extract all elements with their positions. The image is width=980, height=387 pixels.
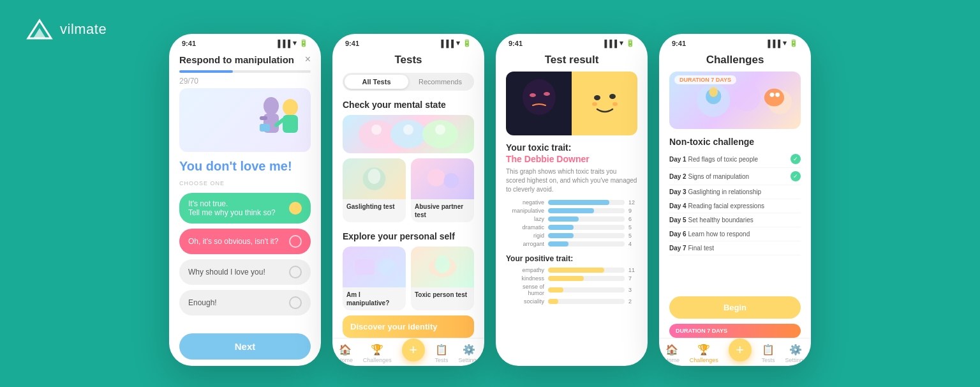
status-bar-4: 9:41 ▐▐▐ ▾ 🔋 — [659, 34, 811, 50]
status-bar-2: 9:41 ▐▐▐ ▾ 🔋 — [332, 34, 484, 50]
section-mental: Check your mental state — [332, 96, 484, 115]
svg-point-34 — [764, 89, 784, 107]
svg-rect-4 — [260, 116, 267, 120]
nav-tests-label-2: Tests — [435, 357, 449, 363]
challenges-icon-4: 🏆 — [697, 344, 710, 356]
svg-point-12 — [371, 125, 382, 135]
choose-label: CHOOSE ONE — [169, 178, 321, 190]
tab-recommends[interactable]: Recommends — [408, 75, 472, 89]
hero-dark — [506, 72, 572, 135]
manipulative-img — [343, 247, 406, 287]
svg-rect-8 — [260, 124, 270, 132]
gaslighting-img — [343, 158, 406, 199]
illustration-svg — [247, 88, 311, 152]
tests-tabs: All Tests Recommends — [343, 73, 474, 91]
logo-text: vilmate — [60, 21, 107, 38]
toxic-person-label: Toxic person test — [411, 287, 474, 302]
svg-point-28 — [609, 94, 616, 99]
svg-point-30 — [612, 102, 618, 106]
nav-home-4[interactable]: 🏠 Home — [664, 344, 679, 363]
bar-arrogant: arrogant 4 — [506, 241, 637, 247]
logo-area: vilmate — [26, 18, 107, 41]
fab-button-4[interactable]: + — [729, 338, 752, 361]
phone-2: 9:41 ▐▐▐ ▾ 🔋 Tests All Tests Recommends … — [332, 34, 484, 366]
phone-4: 9:41 ▐▐▐ ▾ 🔋 Challenges DURATION 7 DAYS — [659, 34, 811, 366]
begin-button[interactable]: Begin — [669, 296, 801, 319]
answer-option-3[interactable]: Why should I love you! — [179, 259, 311, 285]
svg-point-2 — [264, 97, 279, 115]
radio-1 — [289, 202, 302, 215]
svg-point-13 — [403, 125, 413, 135]
time-1: 9:41 — [182, 40, 196, 47]
day-row-2: Day 2 Signs of manipulation ✓ — [669, 168, 801, 185]
phones-container: 9:41 ▐▐▐ ▾ 🔋 Respond to manipulation × 2… — [169, 34, 811, 366]
day-row-1: Day 1 Red flags of toxic people ✓ — [669, 151, 801, 168]
svg-point-14 — [435, 125, 445, 135]
nav-tests-2[interactable]: 📋 Tests — [435, 344, 449, 363]
nav-home-2[interactable]: 🏠 Home — [338, 344, 353, 363]
hero-yellow — [572, 72, 637, 135]
bar-manipulative: manipulative 9 — [506, 208, 637, 214]
nav-challenges-2[interactable]: 🏆 Challenges — [363, 344, 392, 363]
toxic-person-img — [411, 247, 474, 287]
bar-rigid: rigid 5 — [506, 232, 637, 239]
svg-rect-19 — [355, 259, 375, 275]
status-icons-3: ▐▐▐ ▾ 🔋 — [602, 39, 635, 47]
svg-point-29 — [592, 102, 597, 106]
bar-sociality: sociality 2 — [506, 298, 637, 305]
bottom-nav-4: 🏠 Home 🏆 Challenges + 📋 Tests ⚙️ Setting… — [659, 338, 811, 366]
answer-option-4[interactable]: Enough! — [179, 290, 311, 315]
manipulative-label: Am I manipulative? — [343, 287, 406, 310]
test-card-abusive[interactable]: Abusive partner test — [411, 158, 474, 222]
svg-point-24 — [530, 93, 536, 97]
radio-2 — [289, 235, 302, 248]
section-personal: Explore your personal self — [332, 227, 484, 247]
time-2: 9:41 — [345, 40, 359, 47]
answer-text-4: Enough! — [188, 298, 217, 307]
svg-rect-6 — [283, 115, 298, 133]
status-icons-2: ▐▐▐ ▾ 🔋 — [439, 39, 471, 47]
svg-point-36 — [775, 93, 780, 97]
test-card-toxic-person[interactable]: Toxic person test — [411, 247, 474, 310]
close-button[interactable]: × — [305, 54, 311, 65]
test-cards-gaslighting: Gaslighting test Abusive partner test — [332, 158, 484, 227]
tests-icon-4: 📋 — [762, 344, 775, 356]
nav-settings-label-4: Settings — [785, 357, 806, 363]
phone1-header: Respond to manipulation × — [169, 50, 321, 70]
answer-option-2[interactable]: Oh, it's so obvious, isn't it? — [179, 229, 311, 254]
day-row-4: Day 4 Reading facial expressions — [669, 199, 801, 213]
question-text: You don't love me! — [169, 152, 321, 178]
status-icons-4: ▐▐▐ ▾ 🔋 — [766, 39, 798, 47]
settings-icon-2: ⚙️ — [463, 344, 475, 356]
svg-marker-1 — [33, 28, 46, 38]
nav-challenges-4[interactable]: 🏆 Challenges — [690, 344, 718, 363]
svg-point-25 — [544, 92, 550, 96]
logo-icon — [26, 18, 54, 41]
toxic-trait-name: The Debbie Downer — [506, 154, 590, 164]
tests-icon-2: 📋 — [435, 344, 448, 356]
nav-settings-2[interactable]: ⚙️ Settings — [459, 344, 480, 363]
svg-point-22 — [435, 255, 450, 273]
nav-home-label-2: Home — [338, 357, 353, 363]
home-icon-2: 🏠 — [339, 344, 352, 356]
test-card-manipulative[interactable]: Am I manipulative? — [343, 247, 406, 310]
bar-kindness: kindness 7 — [506, 275, 637, 282]
answer-option-1[interactable]: It's not true.Tell me why you think so? — [179, 193, 311, 224]
nav-settings-4[interactable]: ⚙️ Settings — [785, 344, 806, 363]
nav-tests-4[interactable]: 📋 Tests — [762, 344, 775, 363]
fab-button-2[interactable]: + — [402, 338, 425, 361]
test-card-gaslighting[interactable]: Gaslighting test — [343, 158, 406, 222]
bottom-nav-2: 🏠 Home 🏆 Challenges + 📋 Tests ⚙️ Setting… — [332, 338, 484, 366]
test-cards-personal: Am I manipulative? Toxic person test — [332, 247, 484, 315]
answer-text-3: Why should I love you! — [188, 268, 265, 277]
svg-point-5 — [283, 99, 298, 116]
home-icon-4: 🏠 — [665, 344, 678, 356]
svg-point-20 — [378, 258, 396, 276]
next-button[interactable]: Next — [179, 333, 311, 360]
bar-empathy: empathy 11 — [506, 267, 637, 273]
nav-tests-label-4: Tests — [762, 357, 775, 363]
tab-all-tests[interactable]: All Tests — [345, 75, 408, 89]
day-row-6: Day 6 Learn how to respond — [669, 227, 801, 241]
time-3: 9:41 — [509, 40, 523, 47]
negative-bar-chart: negative 12 manipulative 9 lazy 6 dramat… — [496, 197, 648, 252]
